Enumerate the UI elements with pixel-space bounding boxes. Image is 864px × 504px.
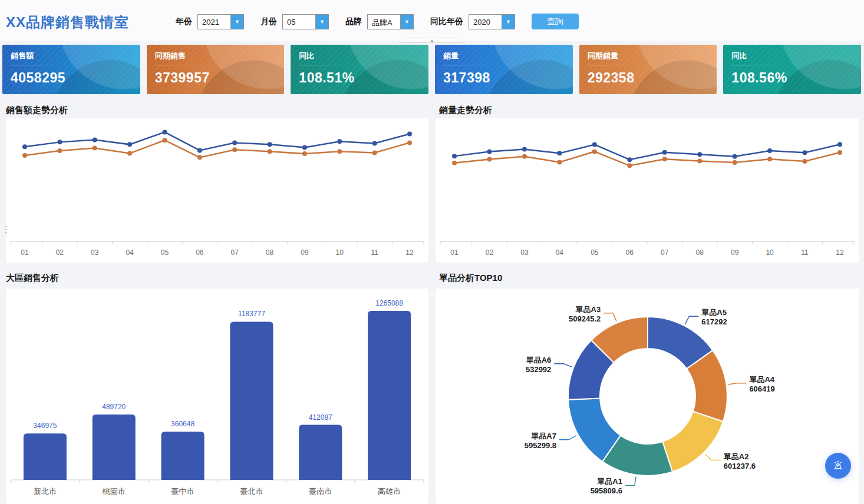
data-point[interactable]: [733, 154, 737, 159]
data-point[interactable]: [407, 132, 412, 137]
data-point[interactable]: [302, 151, 307, 156]
data-point[interactable]: [372, 150, 377, 155]
month-filter: 月份 05 ▼: [260, 14, 329, 29]
brand-select-value: 品牌A: [368, 15, 400, 29]
bar-高雄市[interactable]: [368, 311, 411, 480]
data-point[interactable]: [803, 150, 807, 155]
kpi-value: 4058295: [11, 70, 132, 86]
x-axis-label: 04: [556, 248, 564, 257]
data-point[interactable]: [767, 157, 772, 161]
compare-year-select[interactable]: 2020 ▼: [469, 14, 515, 29]
kpi-card-4: 同期銷量 292358: [579, 45, 717, 94]
data-point[interactable]: [22, 153, 27, 158]
kpi-card-1: 同期銷售 3739957: [147, 45, 285, 94]
compare-year-filter-label: 同比年份: [430, 16, 463, 27]
data-point[interactable]: [232, 147, 237, 152]
data-point[interactable]: [733, 160, 737, 165]
data-point[interactable]: [487, 149, 492, 154]
data-point[interactable]: [93, 145, 97, 150]
data-point[interactable]: [522, 147, 527, 151]
pie-slice-單品A2[interactable]: [662, 412, 723, 472]
alarm-fab-button[interactable]: [825, 453, 851, 479]
data-point[interactable]: [767, 148, 772, 153]
chevron-down-icon[interactable]: ▼: [230, 15, 243, 29]
month-select[interactable]: 05 ▼: [282, 14, 329, 29]
data-point[interactable]: [337, 149, 342, 154]
data-point[interactable]: [162, 130, 167, 134]
kpi-divider: [731, 65, 787, 65]
data-point[interactable]: [197, 155, 202, 160]
volume-trend-chart: 010203040506070809101112: [436, 118, 859, 263]
collapse-handle[interactable]: ▲: [398, 38, 466, 43]
data-point[interactable]: [162, 138, 167, 142]
product-top10-chart: 單品A5617292單品A4606419單品A2601237.6單品A15958…: [436, 289, 859, 504]
kpi-value: 292358: [588, 70, 709, 86]
kpi-divider: [155, 65, 211, 65]
chevron-down-icon[interactable]: ▼: [315, 15, 328, 29]
data-point[interactable]: [487, 157, 492, 161]
product-top10-chart-panel[interactable]: 單品A5617292單品A4606419單品A2601237.6單品A15958…: [436, 289, 859, 504]
bar-臺南市[interactable]: [299, 425, 342, 480]
data-point[interactable]: [837, 150, 842, 155]
data-point[interactable]: [268, 149, 272, 154]
data-point[interactable]: [803, 159, 807, 164]
data-point[interactable]: [557, 160, 562, 164]
volume-trend-chart-panel[interactable]: 010203040506070809101112: [436, 118, 859, 263]
data-point[interactable]: [197, 148, 202, 152]
data-point[interactable]: [93, 137, 97, 142]
data-point[interactable]: [127, 151, 132, 155]
data-point[interactable]: [592, 142, 597, 147]
data-point[interactable]: [232, 140, 237, 145]
bar-value-label: 412087: [309, 413, 332, 422]
pie-label-value: 509245.2: [569, 314, 601, 323]
query-button[interactable]: 查詢: [532, 14, 579, 29]
data-point[interactable]: [57, 140, 62, 144]
data-point[interactable]: [22, 144, 27, 149]
data-point[interactable]: [452, 154, 457, 158]
data-point[interactable]: [592, 149, 597, 154]
x-axis-label: 03: [520, 248, 529, 257]
data-point[interactable]: [557, 151, 562, 155]
data-point[interactable]: [268, 142, 272, 147]
region-sales-chart-panel[interactable]: 346975新北市489720桃園市360648臺中市1183777臺北市412…: [6, 289, 428, 504]
data-point[interactable]: [57, 148, 62, 153]
bar-value-label: 346975: [33, 422, 57, 430]
kpi-divider: [588, 65, 644, 65]
pie-label-value: 595809.6: [591, 486, 622, 495]
bar-桃園市[interactable]: [93, 415, 136, 480]
data-point[interactable]: [627, 163, 632, 168]
data-point[interactable]: [627, 157, 632, 162]
pie-label-line: [604, 313, 616, 321]
year-select[interactable]: 2021 ▼: [197, 14, 244, 29]
kpi-value: 108.56%: [731, 70, 853, 86]
brand-select[interactable]: 品牌A ▼: [367, 14, 414, 29]
data-point[interactable]: [302, 145, 307, 150]
year-select-value: 2021: [198, 15, 230, 29]
data-point[interactable]: [697, 152, 702, 157]
data-point[interactable]: [662, 150, 667, 155]
data-point[interactable]: [407, 140, 412, 145]
kpi-card-3: 銷量 317398: [435, 45, 573, 94]
bar-臺中市[interactable]: [161, 432, 205, 480]
x-axis-label: 12: [836, 248, 844, 257]
data-point[interactable]: [662, 157, 667, 161]
data-point[interactable]: [697, 159, 702, 164]
pie-label-value: 606419: [749, 384, 774, 393]
bar-新北市[interactable]: [24, 433, 67, 480]
data-point[interactable]: [337, 139, 342, 144]
region-sales-title: 大區銷售分析: [6, 273, 59, 284]
bar-臺北市[interactable]: [230, 321, 273, 480]
data-point[interactable]: [522, 154, 527, 159]
data-point[interactable]: [127, 142, 132, 147]
kpi-label: 同比: [299, 51, 420, 61]
sales-trend-chart-panel[interactable]: 010203040506070809101112: [6, 118, 428, 263]
chevron-down-icon[interactable]: ▼: [502, 15, 515, 29]
data-point[interactable]: [837, 142, 842, 147]
sales-trend-chart: 010203040506070809101112: [6, 118, 428, 263]
data-point[interactable]: [372, 141, 377, 145]
kpi-divider: [299, 65, 355, 65]
x-axis-label: 11: [801, 248, 809, 257]
pie-label-line: [559, 436, 576, 440]
chevron-down-icon[interactable]: ▼: [400, 15, 413, 29]
data-point[interactable]: [452, 161, 457, 165]
